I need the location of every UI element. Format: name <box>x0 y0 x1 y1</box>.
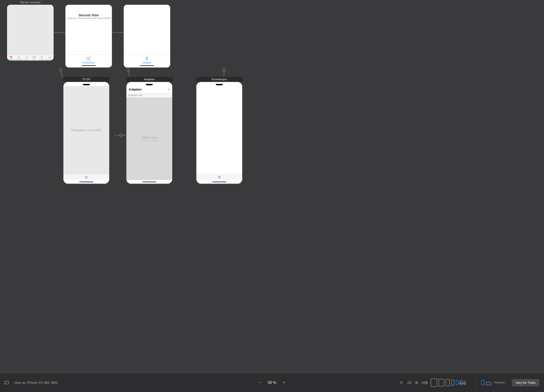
device-size-icons: Device <box>431 379 467 387</box>
chat-icon: 💬 <box>33 56 35 59</box>
todo-tab-label: TO DO <box>24 59 29 60</box>
aufgaben-iphone: 9:41 ▪▪▪ Aufgaben + Prototype Cells Tabl… <box>126 81 173 184</box>
einstellungen-header: Einstellungen <box>196 77 242 81</box>
nav-bottom-tab-icon: ⊟ <box>85 175 88 179</box>
refresh-icon-button[interactable]: ↺ <box>399 379 404 386</box>
prototype-cells-label: Prototype Cells <box>126 93 172 98</box>
orientation-icons <box>481 380 491 385</box>
toolbar-left: View as: iPhone XS (⌘C ⌘R) <box>5 381 399 385</box>
einstellungen-notch <box>216 84 223 85</box>
vary-for-traits-button[interactable]: Vary for Traits <box>512 379 539 386</box>
table-view-content: Table View Prototype Content <box>126 98 172 180</box>
iphone-large-shape <box>446 379 450 386</box>
aufgaben-add-button[interactable]: + <box>168 87 170 92</box>
scene-tab-bar-controller: Tab Bar Controller 📅 Kalender 🛒 Einkaufs… <box>7 5 54 63</box>
tab-schulden[interactable]: € Schulden <box>38 56 46 60</box>
portrait-icon[interactable] <box>481 380 485 385</box>
nav-controller-label: Navigation Controller <box>71 128 102 132</box>
second-view-subtitle: Loaded by SecondViewControllerViewContro… <box>66 17 111 19</box>
aufgaben-header: Aufgaben <box>126 77 173 81</box>
tab-todo[interactable]: ☑ TO DO <box>23 56 30 60</box>
nav-controller-content: Navigation Controller <box>64 86 109 174</box>
scene-einstellungen: Einstellungen 9:41 ▪▪▪ ⚙ <box>196 77 242 184</box>
tab-chat[interactable]: 💬 Chat <box>30 56 38 60</box>
aufgaben-nav-title: Aufgaben <box>129 88 142 91</box>
settings-bottom-icon: ⚙ <box>218 175 221 179</box>
einstellungen-label: Einstellungen <box>46 59 54 60</box>
bottom-toolbar: View as: iPhone XS (⌘C ⌘R) − 50 % + ↺ ↓⊟… <box>0 373 544 392</box>
einstellungen-icon: ⚙ <box>49 56 51 59</box>
kalender-label: Kalender <box>8 59 14 60</box>
einkaufsliste-label: Einkaufsliste <box>15 59 23 60</box>
fit-width-button[interactable]: ⊞ <box>414 379 419 386</box>
einstellungen-bottom-icon: ⚙ <box>196 174 242 180</box>
home-bar <box>79 182 93 182</box>
svg-point-8 <box>119 133 123 137</box>
aufgaben-status-icons: ▪▪▪ <box>168 84 169 85</box>
portrait-shape <box>481 380 485 385</box>
status-icons: ▪▪▪ <box>105 84 106 85</box>
scene-second-view: Second View Loaded by SecondViewControll… <box>65 5 112 70</box>
expand-button[interactable]: ⊟⊞ <box>421 379 429 386</box>
einkaufsliste-icon: 🛒 <box>17 56 20 59</box>
third-view-home-bar <box>140 65 154 66</box>
device-iphone-large[interactable] <box>446 379 450 386</box>
scene-third-view: € Schulden <box>124 5 170 70</box>
zoom-out-button[interactable]: − <box>258 380 262 385</box>
zoom-controls: − 50 % + <box>258 380 286 385</box>
aufgaben-nav-bar: Aufgaben + <box>126 86 172 93</box>
tab-bar-controller-title: Tab Bar Controller <box>7 1 54 4</box>
toggle-sidebar-icon[interactable] <box>5 381 9 384</box>
zoom-value: 50 % <box>265 380 279 385</box>
third-view-tab-label: Schulden <box>142 62 151 64</box>
todo-nav-time: 9:41 <box>66 83 70 86</box>
tab-einstellungen[interactable]: ⚙ Einstellungen <box>46 56 54 60</box>
view-as-label: View as: iPhone XS (⌘C ⌘R) <box>14 381 58 385</box>
second-view-tab-label: Einkaufsliste <box>83 62 95 64</box>
landscape-icon[interactable] <box>486 382 491 385</box>
svg-point-6 <box>222 68 225 72</box>
einstellungen-home-bar-line <box>212 182 226 182</box>
tab-bar-tabs: 📅 Kalender 🛒 Einkaufsliste ☑ TO DO 💬 Cha… <box>7 55 54 61</box>
table-view-label: Table View <box>141 136 157 139</box>
tab-bar-iphone-frame: 📅 Kalender 🛒 Einkaufsliste ☑ TO DO 💬 Cha… <box>7 5 54 61</box>
toolbar-right: ↺ ↓⊟ ⊞ ⊟⊞ <box>399 378 539 387</box>
third-view-iphone: € Schulden <box>124 5 170 68</box>
orientation-label: Orientation <box>494 381 505 384</box>
einstellungen-time: 9:41 <box>199 83 203 86</box>
iphone-medium-shape <box>451 380 455 386</box>
device-label: Device <box>458 382 467 385</box>
tab-einkaufsliste[interactable]: 🛒 Einkaufsliste <box>15 56 23 60</box>
ipad-large-shape <box>431 379 437 387</box>
notch <box>83 84 90 85</box>
device-iphone-medium[interactable] <box>451 380 455 386</box>
second-view-bottom-bar: 🛒 Einkaufsliste <box>65 54 112 67</box>
schulden-icon: € <box>41 56 42 59</box>
todo-nav-bottom-icon: ⊟ <box>64 174 109 180</box>
aufgaben-time: 9:41 <box>129 83 133 86</box>
todo-nav-iphone: 9:41 ▪▪▪ Navigation Controller ⊟ <box>63 81 110 184</box>
scene-todo-nav-controller: TO DO 9:41 ▪▪▪ Navigation Controller ⊟ <box>63 77 110 184</box>
tab-bar-screen: 📅 Kalender 🛒 Einkaufsliste ☑ TO DO 💬 Cha… <box>7 5 54 61</box>
second-view-home-bar <box>82 65 96 66</box>
aufgaben-home-bar-line <box>142 182 156 182</box>
second-view-tab-icon: 🛒 <box>86 56 91 61</box>
schulden-label: Schulden <box>39 59 45 60</box>
second-view-title: Second View <box>66 13 111 17</box>
zoom-in-button[interactable]: + <box>282 380 286 385</box>
device-ipad-medium[interactable] <box>438 379 444 386</box>
kalender-icon: 📅 <box>10 56 12 59</box>
todo-tab-icon: ☑ <box>25 56 28 59</box>
svg-point-4 <box>59 68 62 72</box>
device-ipad-large[interactable] <box>431 379 437 387</box>
tab-bar-content-area <box>7 5 54 55</box>
einstellungen-status-icons: ▪▪▪ <box>238 84 239 85</box>
table-view-sub-label: Prototype Content <box>140 139 159 142</box>
download-icon-button[interactable]: ↓⊟ <box>405 379 412 386</box>
toolbar-divider <box>476 378 477 387</box>
second-view-iphone: Second View Loaded by SecondViewControll… <box>65 5 112 68</box>
tab-kalender[interactable]: 📅 Kalender <box>7 56 15 60</box>
landscape-shape <box>486 382 491 385</box>
storyboard-canvas[interactable]: Tab Bar Controller 📅 Kalender 🛒 Einkaufs… <box>0 0 544 373</box>
ipad-medium-shape <box>438 379 444 386</box>
